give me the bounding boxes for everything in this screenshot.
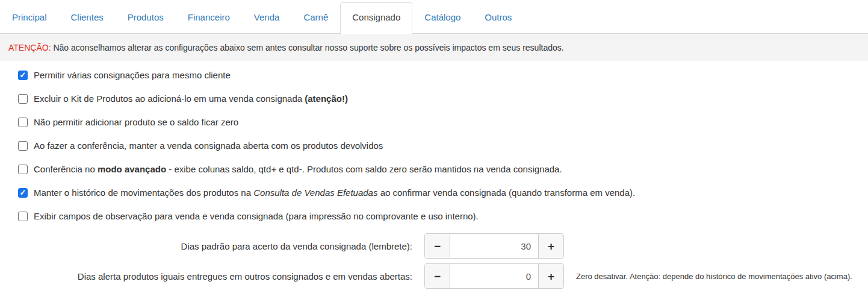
tab-bar: Principal Clientes Produtos Financeiro V… xyxy=(0,0,868,34)
stepper-label: Dias padrão para acerto da venda consign… xyxy=(18,241,412,252)
warning-banner: ATENÇÃO: Não aconselhamos alterar as con… xyxy=(0,34,868,61)
checkbox-multiple-consignments[interactable] xyxy=(18,71,28,80)
checkbox-label: Ao fazer a conferência, manter a venda c… xyxy=(34,140,383,152)
checkbox-no-zero-balance[interactable] xyxy=(18,118,28,127)
warning-label: ATENÇÃO: xyxy=(8,43,51,52)
minus-button[interactable]: − xyxy=(425,234,450,258)
warning-text: Não aconselhamos alterar as configuraçõe… xyxy=(51,43,564,52)
setting-row: Não permitir adicionar produto se o sald… xyxy=(18,116,868,129)
checkbox-label: Permitir várias consignações para mesmo … xyxy=(34,69,231,81)
tab-financeiro[interactable]: Financeiro xyxy=(176,3,242,33)
checkbox-label: Excluir o Kit de Produtos ao adicioná-lo… xyxy=(34,93,348,105)
plus-button[interactable]: + xyxy=(538,264,563,288)
stepper-label: Dias alerta produtos iguais entregues em… xyxy=(18,271,412,282)
setting-row: Exibir campos de observação para venda e… xyxy=(18,210,868,223)
setting-row-default-days: Dias padrão para acerto da venda consign… xyxy=(18,233,868,259)
consignado-settings-panel: Permitir várias consignações para mesmo … xyxy=(0,61,868,289)
alert-days-input[interactable] xyxy=(450,264,538,288)
checkbox-advanced-conference-mode[interactable] xyxy=(18,165,28,174)
checkbox-exclude-kit[interactable] xyxy=(18,94,28,104)
checkbox-label: Manter o histórico de movimentações dos … xyxy=(34,187,635,199)
tab-venda[interactable]: Venda xyxy=(242,3,292,33)
checkbox-keep-open-after-conference[interactable] xyxy=(18,141,28,151)
setting-row: Ao fazer a conferência, manter a venda c… xyxy=(18,139,868,153)
tab-carne[interactable]: Carnê xyxy=(291,3,340,33)
minus-button[interactable]: − xyxy=(425,264,450,288)
alert-days-stepper: − + xyxy=(424,263,564,289)
checkbox-label: Conferência no modo avançado - exibe col… xyxy=(34,163,562,175)
checkbox-label: Não permitir adicionar produto se o sald… xyxy=(34,116,238,128)
default-days-input[interactable] xyxy=(450,234,538,258)
tab-principal[interactable]: Principal xyxy=(0,3,59,33)
tab-produtos[interactable]: Produtos xyxy=(116,3,176,33)
tab-clientes[interactable]: Clientes xyxy=(59,3,116,33)
default-days-stepper: − + xyxy=(424,233,564,259)
setting-row: Excluir o Kit de Produtos ao adicioná-lo… xyxy=(18,92,868,105)
plus-button[interactable]: + xyxy=(538,234,563,258)
tab-outros[interactable]: Outros xyxy=(473,3,524,33)
checkbox-label: Exibir campos de observação para venda e… xyxy=(34,210,479,222)
tab-catalogo[interactable]: Catálogo xyxy=(412,3,473,33)
setting-row: Conferência no modo avançado - exibe col… xyxy=(18,163,868,176)
stepper-note: Zero desativar. Atenção: depende do hist… xyxy=(576,272,852,281)
stepper-section: Dias padrão para acerto da venda consign… xyxy=(18,233,868,289)
tab-consignado[interactable]: Consignado xyxy=(340,2,412,34)
checkbox-show-observation-fields[interactable] xyxy=(18,212,28,221)
setting-row-alert-days: Dias alerta produtos iguais entregues em… xyxy=(18,263,868,289)
setting-row: Manter o histórico de movimentações dos … xyxy=(18,186,868,200)
checkbox-keep-movement-history[interactable] xyxy=(18,188,28,198)
setting-row: Permitir várias consignações para mesmo … xyxy=(18,69,868,82)
settings-page: Principal Clientes Produtos Financeiro V… xyxy=(0,0,868,302)
